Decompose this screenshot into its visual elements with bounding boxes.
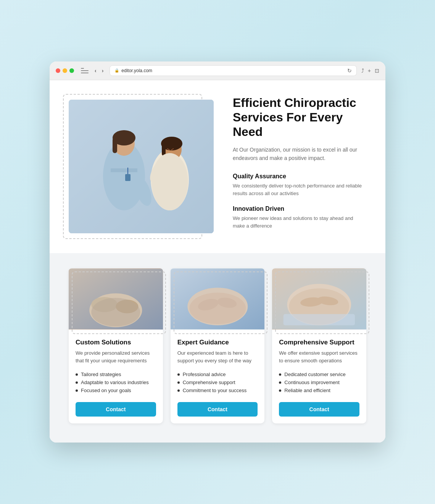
- bullet-icon: [177, 373, 180, 376]
- new-tab-icon[interactable]: +: [368, 68, 371, 74]
- card-custom-solutions: Custom Solutions We provide personalized…: [69, 268, 163, 423]
- card-3-body: Comprehensive Support We offer extensive…: [272, 331, 366, 423]
- card-3-contact-button[interactable]: Contact: [279, 402, 359, 417]
- lock-icon: 🔒: [114, 68, 119, 73]
- address-bar[interactable]: 🔒 editor.yola.com ↻: [110, 65, 356, 76]
- traffic-light-yellow[interactable]: [63, 68, 67, 73]
- hero-text: Efficient Chiropractic Services For Ever…: [233, 95, 366, 238]
- share-icon[interactable]: ⤴: [361, 68, 364, 74]
- hero-image-wrapper: [69, 100, 214, 233]
- card-3-list: Dedicated customer service Continuous im…: [279, 370, 359, 394]
- card-1-list: Tailored strategies Adaptable to various…: [76, 370, 156, 394]
- svg-rect-6: [111, 168, 137, 172]
- card-1-bullet-2: Adaptable to various industries: [76, 378, 156, 386]
- bullet-icon: [279, 389, 281, 392]
- bullet-icon: [76, 373, 78, 376]
- svg-rect-34: [284, 314, 355, 326]
- card-3-title: Comprehensive Support: [279, 339, 359, 346]
- card-1-contact-button[interactable]: Contact: [76, 402, 156, 417]
- card-2-body: Expert Guidance Our experienced team is …: [171, 331, 265, 423]
- card-2-image-wrapper: [171, 268, 265, 331]
- card-2-title: Expert Guidance: [177, 339, 258, 346]
- bookmarks-icon[interactable]: ⊡: [375, 68, 379, 74]
- traffic-lights: [56, 68, 74, 73]
- browser-window: ‹ › 🔒 editor.yola.com ↻ ⤴ + ⊡: [50, 61, 385, 443]
- back-button[interactable]: ‹: [93, 67, 98, 74]
- card-expert-guidance: Expert Guidance Our experienced team is …: [171, 268, 265, 423]
- page-content: Efficient Chiropractic Services For Ever…: [50, 80, 385, 443]
- bullet-icon: [177, 381, 180, 384]
- bullet-icon: [76, 389, 78, 392]
- svg-point-23: [91, 298, 140, 327]
- sidebar-toggle-button[interactable]: [81, 68, 89, 73]
- browser-chrome: ‹ › 🔒 editor.yola.com ↻ ⤴ + ⊡: [50, 61, 385, 80]
- hero-section: Efficient Chiropractic Services For Ever…: [50, 80, 385, 254]
- card-2-list: Professional advice Comprehensive suppor…: [177, 370, 258, 394]
- traffic-light-red[interactable]: [56, 68, 60, 73]
- feature-quality-desc: We consistently deliver top-notch perfor…: [233, 182, 366, 197]
- hero-image: [69, 100, 214, 233]
- cards-section: Custom Solutions We provide personalized…: [50, 253, 385, 443]
- feature-quality-title: Quality Assurance: [233, 173, 366, 180]
- bullet-icon: [279, 381, 281, 384]
- card-comprehensive-support: Comprehensive Support We offer extensive…: [272, 268, 366, 423]
- card-3-bullet-3: Reliable and efficient: [279, 386, 359, 394]
- svg-rect-5: [113, 138, 117, 153]
- svg-point-28: [189, 293, 246, 325]
- card-1-bullet-3: Focused on your goals: [76, 386, 156, 394]
- browser-actions: ⤴ + ⊡: [361, 68, 379, 74]
- card-2-bullet-3: Commitment to your success: [177, 386, 258, 394]
- cards-grid: Custom Solutions We provide personalized…: [69, 268, 366, 423]
- card-1-bullet-1: Tailored strategies: [76, 370, 156, 378]
- card-2-desc: Our experienced team is here to support …: [177, 349, 258, 364]
- hero-description: At Our Organization, our mission is to e…: [233, 145, 366, 163]
- feature-innovation-desc: We pioneer new ideas and solutions to st…: [233, 215, 366, 229]
- card-3-image-wrapper: [272, 268, 366, 331]
- card-1-title: Custom Solutions: [76, 339, 156, 346]
- hero-title: Efficient Chiropractic Services For Ever…: [233, 95, 366, 139]
- card-3-desc: We offer extensive support services to e…: [279, 349, 359, 364]
- nav-arrows: ‹ ›: [93, 67, 105, 74]
- svg-rect-7: [125, 174, 130, 181]
- bullet-icon: [279, 373, 281, 376]
- reload-icon[interactable]: ↻: [347, 68, 352, 74]
- card-1-image-wrapper: [69, 268, 163, 331]
- svg-rect-13: [162, 142, 166, 156]
- card-2-bullet-1: Professional advice: [177, 370, 258, 378]
- forward-button[interactable]: ›: [100, 67, 105, 74]
- url-text: editor.yola.com: [121, 68, 152, 73]
- card-2-contact-button[interactable]: Contact: [177, 402, 258, 417]
- card-1-body: Custom Solutions We provide personalized…: [69, 331, 163, 423]
- card-3-bullet-2: Continuous improvement: [279, 378, 359, 386]
- traffic-light-green[interactable]: [69, 68, 74, 73]
- card-2-bullet-2: Comprehensive support: [177, 378, 258, 386]
- card-3-bullet-1: Dedicated customer service: [279, 370, 359, 378]
- bullet-icon: [76, 381, 78, 384]
- feature-innovation: Innovation Driven We pioneer new ideas a…: [233, 205, 366, 229]
- feature-quality: Quality Assurance We consistently delive…: [233, 173, 366, 197]
- feature-innovation-title: Innovation Driven: [233, 205, 366, 212]
- bullet-icon: [177, 389, 180, 392]
- svg-point-16: [151, 153, 188, 210]
- card-1-desc: We provide personalized services that fi…: [76, 349, 156, 364]
